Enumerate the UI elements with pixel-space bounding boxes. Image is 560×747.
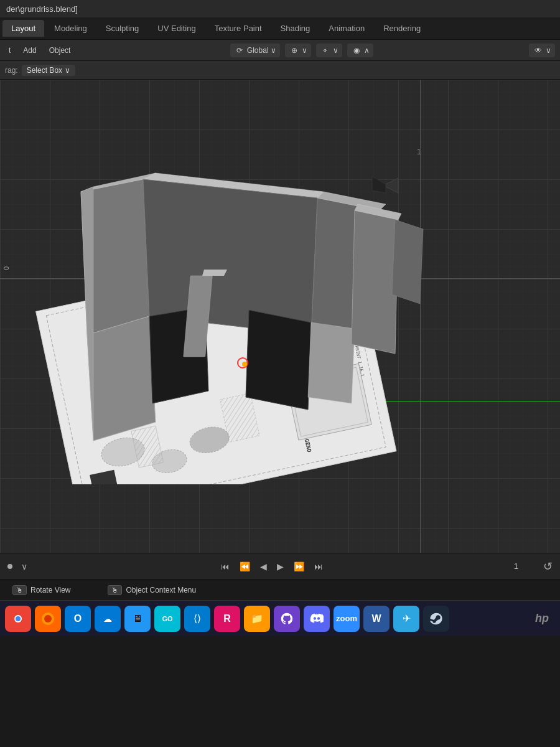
timeline-settings[interactable]: ↺ bbox=[543, 560, 553, 573]
svg-marker-29 bbox=[308, 322, 355, 403]
svg-marker-28 bbox=[202, 270, 227, 276]
workspace-tabs: Layout Modeling Sculpting UV Editing Tex… bbox=[0, 17, 560, 40]
svg-marker-32 bbox=[392, 220, 423, 304]
overlay-arrow: ∨ bbox=[546, 46, 551, 55]
svg-marker-30 bbox=[352, 210, 398, 354]
object-menu-button[interactable]: Object bbox=[45, 45, 75, 56]
global-label: Global bbox=[247, 46, 269, 55]
taskbar-outlook[interactable]: O bbox=[65, 606, 91, 632]
proportional-dropdown[interactable]: ◉ ∧ bbox=[347, 44, 373, 57]
dropdown-arrow: ∨ bbox=[271, 46, 276, 55]
taskbar-vscode[interactable]: ⟨⟩ bbox=[184, 606, 210, 632]
overlay-dropdown[interactable]: 👁 ∨ bbox=[529, 44, 555, 57]
transform-icon: ⟳ bbox=[234, 45, 245, 56]
taskbar-discord[interactable] bbox=[304, 606, 330, 632]
svg-text:1: 1 bbox=[417, 148, 421, 156]
snap-dropdown[interactable]: ⌖ ∨ bbox=[316, 44, 342, 57]
title-text: der\grundriss.blend] bbox=[6, 4, 78, 14]
add-menu-button[interactable]: Add bbox=[19, 45, 40, 56]
tab-uv-editing[interactable]: UV Editing bbox=[149, 20, 204, 37]
snap-arrow: ∨ bbox=[333, 46, 338, 55]
svg-marker-26 bbox=[246, 310, 311, 410]
timeline-bar: ∨ ⏮ ⏪ ◀ ▶ ⏩ ⏭ 1 ↺ bbox=[0, 553, 560, 579]
dropdown-arrow[interactable]: ∨ bbox=[19, 560, 30, 573]
viewport-3d[interactable]: CONSTRUCTION PHASE - EXISTING CONSTRUCTI… bbox=[0, 80, 560, 553]
rotate-view-key: 🖱 bbox=[12, 585, 27, 595]
taskbar-chrome[interactable] bbox=[5, 606, 31, 632]
tab-sculpting[interactable]: Sculpting bbox=[97, 20, 147, 37]
select-box-label: Select Box bbox=[27, 66, 62, 75]
prev-frame-button[interactable]: ◀ bbox=[258, 560, 269, 573]
proportional-arrow: ∧ bbox=[364, 46, 370, 55]
hp-logo: hp bbox=[535, 612, 555, 625]
jump-back-button[interactable]: ⏪ bbox=[237, 560, 253, 573]
context-menu-label: Object Context Menu bbox=[126, 586, 196, 594]
svg-point-34 bbox=[242, 362, 247, 367]
eye-icon: 👁 bbox=[533, 45, 544, 56]
context-menu-tooltip: 🖱 Object Context Menu bbox=[108, 585, 196, 595]
taskbar-firefox[interactable] bbox=[35, 606, 61, 632]
svg-point-40 bbox=[16, 616, 21, 621]
tab-texture-paint[interactable]: Texture Paint bbox=[206, 20, 271, 37]
select-box-arrow: ∨ bbox=[65, 66, 70, 75]
select-toolbar: rag: Select Box ∨ bbox=[0, 61, 560, 80]
pivot-arrow: ∨ bbox=[302, 46, 307, 55]
snap-icon: ⌖ bbox=[320, 45, 331, 56]
taskbar-rider[interactable]: R bbox=[214, 606, 240, 632]
pivot-dropdown[interactable]: ⊕ ∨ bbox=[285, 44, 311, 57]
tab-shading[interactable]: Shading bbox=[272, 20, 319, 37]
taskbar-zoom[interactable]: zoom bbox=[334, 606, 360, 632]
tab-layout[interactable]: Layout bbox=[2, 20, 44, 37]
title-bar: der\grundriss.blend] bbox=[0, 0, 560, 17]
pivot-icon: ⊕ bbox=[289, 45, 300, 56]
select-box-dropdown[interactable]: Select Box ∨ bbox=[22, 65, 75, 76]
taskbar-github[interactable] bbox=[274, 606, 300, 632]
taskbar: O ☁ 🖥 GO ⟨⟩ R 📁 zoom W ✈ hp bbox=[0, 600, 560, 636]
frame-number: 1 bbox=[514, 561, 518, 571]
coord-display: 0 bbox=[2, 266, 9, 270]
svg-marker-19 bbox=[87, 316, 156, 441]
timeline-dot bbox=[7, 564, 12, 569]
tab-rendering[interactable]: Rendering bbox=[375, 20, 429, 37]
tab-animation[interactable]: Animation bbox=[320, 20, 373, 37]
taskbar-goland[interactable]: GO bbox=[154, 606, 180, 632]
svg-point-42 bbox=[44, 615, 52, 622]
taskbar-word[interactable]: W bbox=[363, 606, 390, 632]
tooltip-bar: 🖱 Rotate View 🖱 Object Context Menu bbox=[0, 579, 560, 600]
jump-start-button[interactable]: ⏮ bbox=[218, 560, 232, 573]
building-3d: CONSTRUCTION PHASE - EXISTING CONSTRUCTI… bbox=[19, 142, 429, 484]
rotate-view-tooltip: 🖱 Rotate View bbox=[12, 585, 70, 595]
jump-end-button[interactable]: ⏭ bbox=[312, 560, 325, 573]
taskbar-steam[interactable] bbox=[423, 606, 449, 632]
play-button[interactable]: ▶ bbox=[274, 560, 286, 573]
svg-marker-35 bbox=[386, 178, 398, 193]
edit-mode-button[interactable]: t bbox=[5, 45, 14, 56]
proportional-icon: ◉ bbox=[351, 45, 362, 56]
drag-label: rag: bbox=[5, 66, 18, 75]
taskbar-onedrive[interactable]: ☁ bbox=[95, 606, 121, 632]
next-frame-button[interactable]: ⏩ bbox=[291, 560, 307, 573]
transform-orientation-dropdown[interactable]: ⟳ Global ∨ bbox=[230, 44, 280, 57]
header-toolbar: t Add Object ⟳ Global ∨ ⊕ ∨ ⌖ ∨ ◉ ∧ 👁 ∨ bbox=[0, 40, 560, 61]
tab-modeling[interactable]: Modeling bbox=[45, 20, 96, 37]
rotate-view-label: Rotate View bbox=[30, 586, 70, 594]
context-menu-key: 🖱 bbox=[108, 585, 122, 595]
svg-marker-24 bbox=[143, 179, 317, 335]
svg-marker-36 bbox=[372, 176, 386, 193]
taskbar-mypc[interactable]: 🖥 bbox=[124, 606, 151, 632]
taskbar-telegram[interactable]: ✈ bbox=[393, 606, 419, 632]
taskbar-files[interactable]: 📁 bbox=[244, 606, 270, 632]
